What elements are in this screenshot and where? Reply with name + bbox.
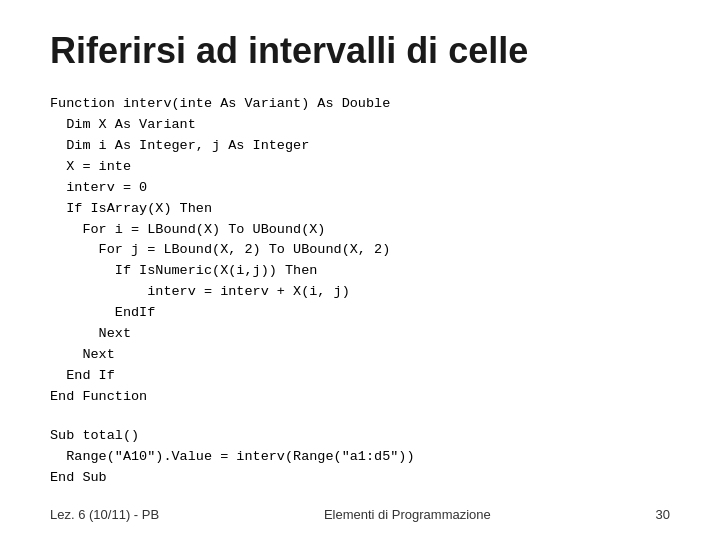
code-block-main: Function interv(inte As Variant) As Doub…	[50, 94, 670, 408]
page-title: Riferirsi ad intervalli di celle	[50, 30, 670, 72]
slide: Riferirsi ad intervalli di celle Functio…	[0, 0, 720, 540]
footer-left: Lez. 6 (10/11) - PB	[50, 507, 159, 522]
footer-center: Elementi di Programmazione	[324, 507, 491, 522]
footer: Lez. 6 (10/11) - PB Elementi di Programm…	[0, 507, 720, 522]
code-block-sub: Sub total() Range("A10").Value = interv(…	[50, 426, 670, 489]
footer-right: 30	[656, 507, 670, 522]
